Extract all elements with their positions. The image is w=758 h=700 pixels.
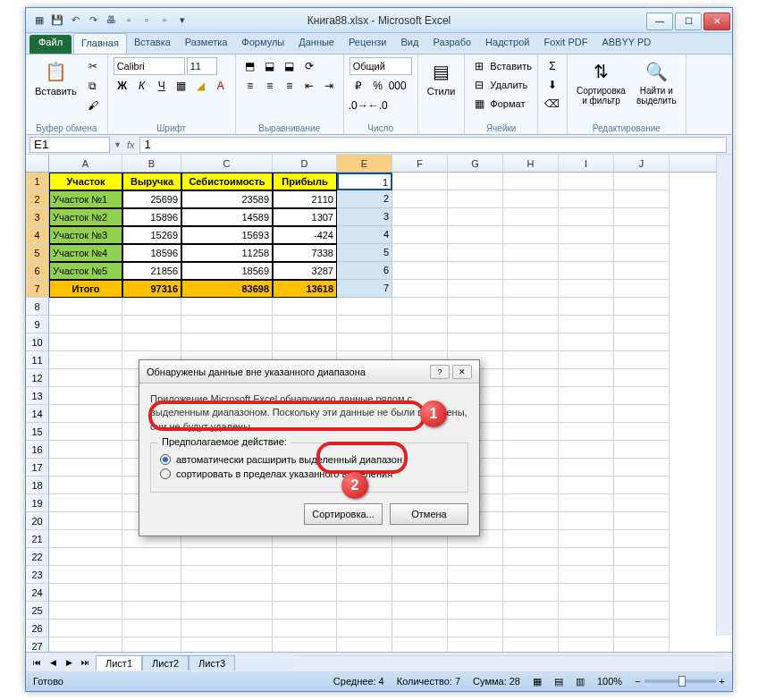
- font-size-select[interactable]: [187, 57, 217, 75]
- cell[interactable]: [503, 620, 559, 637]
- cell[interactable]: [559, 423, 614, 441]
- cell[interactable]: Участок №2: [49, 208, 122, 226]
- row-header[interactable]: 24: [26, 584, 49, 602]
- row-header[interactable]: 26: [26, 620, 49, 637]
- cell[interactable]: [614, 459, 670, 477]
- cell[interactable]: [273, 584, 337, 602]
- border-icon[interactable]: ▦: [173, 77, 190, 95]
- cell[interactable]: Участок №1: [49, 190, 122, 208]
- row-header[interactable]: 19: [26, 494, 49, 512]
- row-header[interactable]: 6: [26, 262, 49, 280]
- dialog-help-button[interactable]: ?: [430, 365, 450, 379]
- cell[interactable]: [448, 244, 503, 262]
- close-button[interactable]: ✕: [703, 13, 730, 30]
- view-layout-icon[interactable]: ▤: [554, 676, 563, 687]
- cell[interactable]: [559, 333, 614, 351]
- cell[interactable]: [49, 584, 122, 602]
- row-header[interactable]: 2: [26, 190, 49, 208]
- cell[interactable]: 3287: [273, 262, 337, 280]
- cell[interactable]: [559, 405, 614, 423]
- cell[interactable]: [614, 477, 670, 494]
- styles-button[interactable]: ▤Стили: [424, 57, 459, 98]
- cell[interactable]: [559, 584, 614, 602]
- cell[interactable]: [392, 226, 448, 244]
- cell[interactable]: [559, 512, 614, 530]
- row-header[interactable]: 15: [26, 423, 49, 441]
- qat-btn[interactable]: ▫: [121, 12, 137, 28]
- indent-dec-icon[interactable]: ⇤: [300, 77, 318, 95]
- delete-cells-button[interactable]: ⊟Удалить: [470, 76, 527, 94]
- row-header[interactable]: 11: [26, 351, 49, 369]
- cell[interactable]: 15896: [122, 208, 181, 226]
- cell[interactable]: [49, 333, 122, 351]
- cell[interactable]: [181, 620, 273, 637]
- cell[interactable]: [392, 173, 448, 190]
- col-header[interactable]: J: [614, 155, 670, 172]
- cell[interactable]: [503, 208, 559, 226]
- cell[interactable]: [337, 298, 392, 316]
- cell[interactable]: [273, 548, 337, 566]
- cell[interactable]: 4: [337, 226, 392, 244]
- cell[interactable]: [337, 620, 392, 637]
- cell[interactable]: [181, 316, 273, 333]
- vertical-scrollbar[interactable]: [716, 155, 732, 636]
- view-normal-icon[interactable]: ▦: [533, 676, 542, 687]
- cell[interactable]: [614, 423, 670, 441]
- cell[interactable]: [448, 316, 503, 333]
- cell[interactable]: [448, 190, 503, 208]
- cell[interactable]: [337, 316, 392, 333]
- cell[interactable]: Участок: [49, 173, 122, 190]
- cell[interactable]: 25699: [122, 190, 181, 208]
- row-header[interactable]: 17: [26, 459, 49, 477]
- cell[interactable]: [49, 602, 122, 620]
- cell[interactable]: [503, 530, 559, 548]
- cell[interactable]: [614, 351, 670, 369]
- cell[interactable]: [614, 208, 670, 226]
- cell[interactable]: [614, 602, 670, 620]
- cell[interactable]: [448, 566, 503, 584]
- cell[interactable]: [392, 584, 448, 602]
- cell[interactable]: [392, 333, 448, 351]
- sheet-tab[interactable]: Лист1: [96, 655, 142, 670]
- italic-icon[interactable]: К: [133, 77, 151, 95]
- col-header[interactable]: D: [273, 155, 337, 172]
- cell[interactable]: [392, 262, 448, 280]
- cell[interactable]: [559, 262, 614, 280]
- cell[interactable]: [559, 208, 614, 226]
- tab-home[interactable]: Главная: [73, 33, 127, 54]
- cell[interactable]: [448, 620, 503, 637]
- col-header[interactable]: I: [559, 155, 614, 172]
- cell[interactable]: 18569: [181, 262, 273, 280]
- cell[interactable]: [448, 208, 503, 226]
- cell[interactable]: [559, 369, 614, 387]
- cell[interactable]: [392, 208, 448, 226]
- cell[interactable]: [392, 620, 448, 637]
- cell[interactable]: [49, 548, 122, 566]
- tab-formulas[interactable]: Формулы: [234, 33, 291, 54]
- save-icon[interactable]: 💾: [49, 12, 65, 28]
- cell[interactable]: [503, 316, 559, 333]
- tab-nav-first-icon[interactable]: ⏮: [29, 655, 44, 670]
- cell[interactable]: [337, 602, 392, 620]
- cell[interactable]: 6: [337, 262, 392, 280]
- cell[interactable]: [49, 620, 122, 637]
- row-header[interactable]: 22: [26, 548, 49, 566]
- cell[interactable]: [49, 566, 122, 584]
- cell[interactable]: 14589: [181, 208, 273, 226]
- cell[interactable]: [614, 405, 670, 423]
- cell[interactable]: [448, 173, 503, 190]
- cell[interactable]: [392, 190, 448, 208]
- cell[interactable]: [49, 512, 122, 530]
- underline-icon[interactable]: Ч: [153, 77, 171, 95]
- indent-inc-icon[interactable]: ⇥: [320, 77, 338, 95]
- row-header[interactable]: 3: [26, 208, 49, 226]
- cell[interactable]: [503, 584, 559, 602]
- row-header[interactable]: 23: [26, 566, 49, 584]
- cell[interactable]: Участок №5: [49, 262, 122, 280]
- cell[interactable]: 21856: [122, 262, 181, 280]
- decimal-inc-icon[interactable]: .0→: [350, 97, 367, 114]
- decimal-dec-icon[interactable]: ←.0: [369, 97, 387, 114]
- col-header[interactable]: G: [448, 155, 503, 172]
- cell[interactable]: [559, 316, 614, 333]
- row-header[interactable]: 7: [26, 280, 49, 298]
